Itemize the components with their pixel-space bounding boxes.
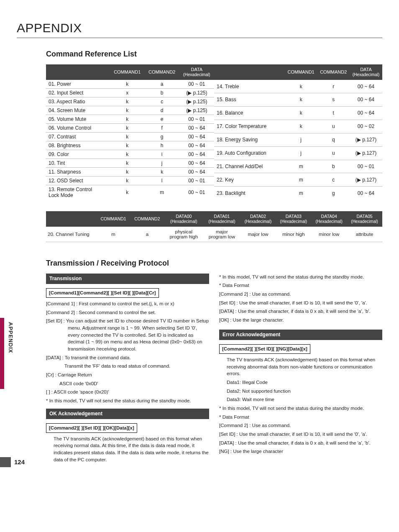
tx-line-space: [ ] : ASCII code 'space (0x20)' [46,389,209,396]
cell-data: 00 ~ 01 [179,185,214,200]
table-row: 13. Remote Control Lock Modekm00 ~ 01 [46,185,214,200]
cell-name: 12. OSD Select [46,176,110,185]
th-command2: COMMAND2 [130,211,164,227]
cell-data: 00 ~ 64 [179,150,214,159]
side-section-label: APPENDIX [8,322,14,353]
cell-name: 05. Volume Mute [46,115,110,124]
cell-name: 17. Color Temperature [214,120,285,133]
cell-c2: t [317,106,350,120]
cell-c2: u [317,120,350,133]
cell-c1: k [110,176,145,185]
cell-data: (▶ p.127) [350,146,382,160]
th-command2: COMMAND2 [317,64,350,80]
command-table-right: COMMAND1 COMMAND2 DATA(Hexadecimal) 14. … [214,64,382,200]
section-protocol: Transmission / Receiving Protocol [46,259,382,268]
cell-d0: physical program high [164,227,203,242]
table-row: 02. Input Selectxb(▶ p.125) [46,89,214,97]
cell-name: 06. Volume Control [46,124,110,133]
cell-data: (▶ p.125) [179,97,214,106]
tx-line-cr: [Cr] : Carriage Return [46,371,209,379]
err-line-setid: [Set ID] : Use the small character, if s… [219,431,382,438]
table-row: 18. Energy Savingjq(▶ p.127) [214,133,382,146]
table-row: 07. Contrastkg00 ~ 64 [46,133,214,141]
side-accent-bar [0,318,4,389]
protocol-right-col: * In this model, TV will not send the st… [219,274,382,465]
cell-c2: i [145,150,179,159]
cell-c2: f [145,124,179,133]
table-row: 19. Auto Configurationju(▶ p.127) [214,146,382,160]
cell-data: 00 ~ 01 [179,176,214,185]
cell-data: 00 ~ 64 [350,106,382,120]
cell-name: 19. Auto Configuration [214,146,285,160]
cell-c2: c [317,173,350,187]
cell-name: 14. Treble [214,80,285,93]
table-row: 03. Aspect Ratiokc(▶ p.125) [46,97,214,106]
cell-name: 02. Input Select [46,89,110,97]
err-data3: Data3: Wait more time [219,396,382,403]
page-title: APPENDIX [17,21,382,35]
cell-c1: k [110,185,145,200]
r-note2: * Data Format [219,282,382,289]
cell-data: 00 ~ 01 [179,80,214,89]
cell-c2: g [145,133,179,141]
table-row: 15. Bassks00 ~ 64 [214,93,382,106]
cell-c2: j [145,159,179,168]
channel-tuning-table: COMMAND1 COMMAND2 DATA00(Hexadecimal) DA… [46,211,382,242]
tx-line-cr-sub: ASCII code '0x0D' [46,380,209,387]
cell-data: 00 ~ 64 [179,168,214,176]
cell-c1: k [285,80,317,93]
page-number: 124 [14,458,25,466]
err-line-ng: [NG] : Use the large character [219,448,382,455]
cell-c2: a [145,80,179,89]
table-row: 21. Channel Add/Delmb00 ~ 01 [214,160,382,173]
cell-name: 16. Balance [214,106,285,120]
command-tables: COMMAND1 COMMAND2 DATA(Hexadecimal) 01. … [46,64,382,200]
tx-note: * In this model, TV will not send the st… [46,397,209,404]
err-note2: * Data Format [219,414,382,421]
err-ack-format: [Command2][ ][Set ID][ ][NG][Data][x] [219,344,310,354]
cell-c2: k [145,168,179,176]
tx-line-data-sub: Transmit the 'FF' data to read status of… [46,363,209,370]
cell-c2: a [130,227,164,242]
table-row: 16. Balancekt00 ~ 64 [214,106,382,120]
cell-data: 00 ~ 01 [350,160,382,173]
cell-name: 03. Aspect Ratio [46,97,110,106]
tx-line-setid: [Set ID] : You can adjust the set ID to … [46,317,209,352]
cell-c2: l [145,176,179,185]
transmission-header: Transmission [46,274,209,284]
cell-c2: d [145,106,179,115]
cell-name: 01. Power [46,80,110,89]
th-command1: COMMAND1 [110,64,145,80]
cell-c1: m [285,187,317,200]
page-corner-bar [0,457,11,467]
cell-c1: k [285,106,317,120]
th-data00: DATA00(Hexadecimal) [164,211,203,227]
cell-name: 07. Contrast [46,133,110,141]
cell-data: 00 ~ 64 [179,141,214,150]
cell-c2: q [317,133,350,146]
cell-c1: k [285,93,317,106]
table-row: 22. Keymc(▶ p.127) [214,173,382,187]
r-line-ok: [OK] : Use the large character. [219,317,382,324]
cell-name: 13. Remote Control Lock Mode [46,185,110,200]
r-line-cmd2: [Command 2] : Use as command. [219,291,382,298]
cell-c1: k [110,124,145,133]
cell-c1: m [285,173,317,187]
th-command1: COMMAND1 [97,211,130,227]
cell-c1: j [285,146,317,160]
th-data03: DATA03(Hexadecimal) [276,211,311,227]
section-command-ref: Command Reference List [46,50,382,59]
cell-name: 09. Color [46,150,110,159]
cell-c1: m [97,227,130,242]
cell-c2: g [317,187,350,200]
table-row: 17. Color Temperatureku00 ~ 02 [214,120,382,133]
cell-d4: minor low [311,227,347,242]
cell-data: (▶ p.127) [350,133,382,146]
cell-c1: k [110,80,145,89]
tx-line-cmd1: [Command 1] : First command to control t… [46,300,209,307]
r-note1: * In this model, TV will not send the st… [219,274,382,281]
table-row: 10. Tintkj00 ~ 64 [46,159,214,168]
cell-data: (▶ p.127) [350,173,382,187]
cell-c2: h [145,141,179,150]
cell-name: 10. Tint [46,159,110,168]
